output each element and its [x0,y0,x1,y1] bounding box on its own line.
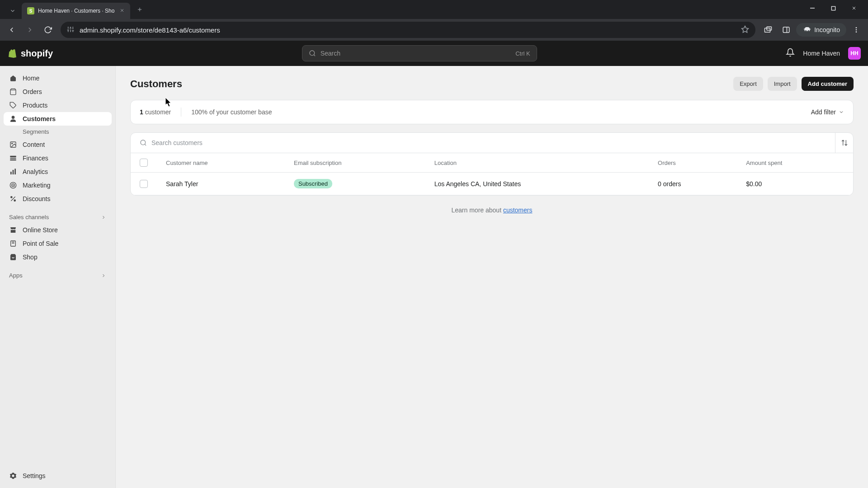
main-content: Customers Export Import Add customer 1 c… [116,66,868,488]
nav-customers[interactable]: Customers [4,112,112,126]
store-name[interactable]: Home Haven [803,50,840,57]
nav-label: Home [23,75,39,82]
customers-table: Customer name Email subscription Locatio… [131,153,853,195]
svg-rect-35 [13,170,14,174]
new-tab-button[interactable] [133,3,146,16]
nav-back-button[interactable] [4,22,20,38]
browser-menu-button[interactable] [848,22,864,38]
incognito-icon [802,26,811,34]
nav-settings[interactable]: Settings [4,469,112,483]
content-icon [9,141,17,148]
chevron-right-icon [101,273,106,278]
sort-button[interactable] [835,133,853,153]
svg-rect-5 [831,6,835,10]
close-tab-icon[interactable] [119,8,125,14]
col-amount-spent[interactable]: Amount spent [737,153,853,173]
nav-point-of-sale[interactable]: Point of Sale [4,237,112,250]
subscription-badge: Subscribed [294,179,332,188]
global-search[interactable]: Search Ctrl K [302,45,537,61]
address-bar: admin.shopify.com/store/de8143-a6/custom… [0,19,868,41]
nav-products[interactable]: Products [4,99,112,112]
svg-point-23 [856,29,857,31]
col-email-subscription[interactable]: Email subscription [285,153,425,173]
bookmark-star-icon[interactable] [741,25,749,35]
nav-shop[interactable]: Shop [4,250,112,264]
browser-tab[interactable]: S Home Haven · Customers · Sho [22,3,130,19]
nav-home[interactable]: Home [4,71,112,85]
svg-rect-20 [783,27,789,33]
nav-label: Shop [23,253,38,261]
tab-search-button[interactable] [4,3,22,19]
table-row[interactable]: Sarah Tyler Subscribed Los Angeles CA, U… [131,173,853,195]
col-customer-name[interactable]: Customer name [157,153,285,173]
shopify-favicon: S [27,7,34,14]
nav-forward-button[interactable] [22,22,38,38]
svg-marker-17 [742,26,749,32]
side-panel-icon[interactable] [778,22,794,38]
nav-label: Discounts [23,195,50,202]
nav-marketing[interactable]: Marketing [4,178,112,192]
shopify-logo-icon [7,48,18,59]
user-avatar[interactable]: HH [848,47,861,60]
products-icon [9,102,17,109]
cell-amount-spent: $0.00 [737,173,853,195]
nav-discounts[interactable]: Discounts [4,192,112,206]
add-customer-button[interactable]: Add customer [802,77,854,91]
nav-finances[interactable]: Finances [4,151,112,165]
window-maximize-button[interactable] [823,0,844,16]
nav-content[interactable]: Content [4,138,112,151]
customers-table-card: Search customers Customer name Email sub… [130,132,854,196]
logo-text: shopify [21,48,53,59]
cell-location: Los Angeles CA, United States [425,173,649,195]
select-all-checkbox[interactable] [140,159,148,167]
nav-label: Online Store [23,226,58,234]
export-button[interactable]: Export [733,77,763,91]
cell-customer-name: Sarah Tyler [157,173,285,195]
window-minimize-button[interactable] [802,0,823,16]
nav-label: Settings [23,472,46,479]
shopify-logo[interactable]: shopify [7,48,53,59]
sales-channels-section[interactable]: Sales channels [4,206,112,223]
nav-segments[interactable]: Segments [4,126,112,138]
nav-label: Orders [23,88,42,95]
site-settings-icon[interactable] [67,26,74,34]
add-filter-button[interactable]: Add filter [811,108,844,116]
nav-reload-button[interactable] [40,22,56,38]
customers-help-link[interactable]: customers [503,206,533,214]
media-control-icon[interactable] [760,22,776,38]
cell-orders: 0 orders [649,173,737,195]
app-header: shopify Search Ctrl K Home Haven HH [0,41,868,66]
customer-count: 1 customer [140,108,171,116]
nav-label: Marketing [23,182,50,189]
store-icon [9,226,17,234]
col-location[interactable]: Location [425,153,649,173]
nav-orders[interactable]: Orders [4,85,112,99]
svg-point-42 [14,200,15,201]
nav-online-store[interactable]: Online Store [4,223,112,237]
row-checkbox[interactable] [140,180,148,188]
finances-icon [9,155,17,162]
svg-line-47 [145,144,146,145]
svg-point-24 [856,31,857,33]
svg-rect-31 [10,156,16,157]
notifications-button[interactable] [786,48,795,59]
col-orders[interactable]: Orders [649,153,737,173]
apps-section[interactable]: Apps [4,264,112,282]
svg-point-39 [13,185,13,185]
page-title: Customers [130,78,182,90]
nav-label: Point of Sale [23,240,58,247]
import-button[interactable]: Import [768,77,797,91]
orders-icon [9,88,17,95]
home-icon [9,75,17,82]
pos-icon [9,240,17,247]
incognito-indicator[interactable]: Incognito [796,23,846,37]
window-close-button[interactable] [844,0,864,16]
url-field[interactable]: admin.shopify.com/store/de8143-a6/custom… [61,22,755,38]
section-label: Sales channels [9,214,49,221]
nav-analytics[interactable]: Analytics [4,165,112,178]
nav-label: Finances [23,155,48,162]
svg-rect-34 [10,172,12,174]
customers-search-input[interactable]: Search customers [131,134,835,152]
search-shortcut: Ctrl K [515,50,530,57]
tab-title: Home Haven · Customers · Sho [38,8,116,14]
